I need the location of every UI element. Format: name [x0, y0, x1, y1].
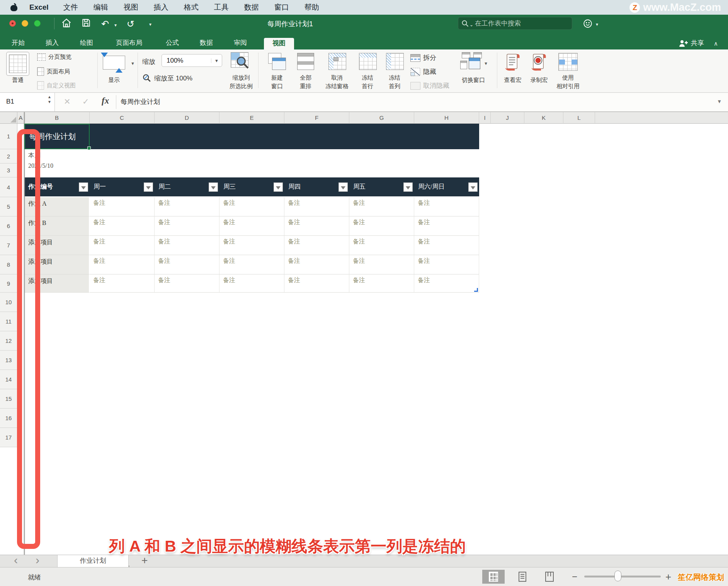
tab-view-active[interactable]: 视图 [264, 38, 294, 49]
feedback-smiley-icon[interactable] [583, 19, 593, 30]
arrange-all-button[interactable] [294, 52, 317, 71]
filter-dropdown-button[interactable] [338, 182, 348, 192]
filter-dropdown-button[interactable] [144, 182, 153, 192]
menu-data[interactable]: 数据 [244, 2, 259, 12]
row-header[interactable]: 15 [0, 389, 17, 409]
switch-windows-dropdown-icon[interactable]: ▼ [484, 61, 488, 66]
tab-formulas[interactable]: 公式 [166, 38, 179, 49]
note-cell[interactable]: 备注 [219, 255, 284, 274]
view-macros-button[interactable] [501, 52, 525, 73]
note-cell[interactable]: 备注 [219, 197, 284, 216]
switch-windows-button[interactable] [458, 52, 486, 71]
zoom-select[interactable]: 100% ▼ [162, 54, 222, 67]
column-header-f[interactable]: F [284, 112, 349, 124]
close-button[interactable] [9, 20, 16, 27]
quick-access-dropdown-icon[interactable]: ▾ [149, 22, 151, 27]
table-header-cell[interactable]: 周二 [155, 177, 219, 196]
menu-format[interactable]: 格式 [184, 2, 199, 12]
row-header[interactable]: 5 [0, 197, 17, 216]
table-header-cell[interactable]: 周三 [219, 177, 284, 196]
row-header[interactable]: 13 [0, 351, 17, 370]
row-header[interactable]: 14 [0, 370, 17, 389]
zoom-to-selection-button[interactable] [229, 52, 253, 71]
undo-dropdown-icon[interactable]: ▾ [114, 22, 117, 28]
formula-bar-expand-icon[interactable]: ▼ [717, 99, 722, 104]
show-dropdown-icon[interactable]: ▼ [131, 61, 135, 66]
column-header-a[interactable]: A [17, 112, 24, 124]
menu-help[interactable]: 帮助 [304, 2, 319, 12]
search-scope-chevron-icon[interactable]: ⌄ [469, 22, 473, 27]
zoom-out-button[interactable]: − [572, 571, 577, 582]
cancel-entry-icon[interactable]: ✕ [64, 97, 71, 106]
row-header[interactable]: 9 [0, 274, 17, 293]
column-header-b[interactable]: B [24, 112, 90, 124]
relative-references-button[interactable] [556, 52, 580, 71]
note-cell[interactable]: 备注 [90, 197, 155, 216]
note-cell[interactable]: 备注 [90, 236, 155, 255]
note-cell[interactable]: 备注 [414, 197, 479, 216]
unhide-button[interactable]: 取消隐藏 [410, 81, 449, 90]
note-cell[interactable]: 备注 [155, 216, 219, 236]
undo-icon[interactable]: ↶ [101, 19, 109, 29]
note-cell[interactable]: 备注 [414, 236, 479, 255]
note-cell[interactable]: 备注 [349, 236, 414, 255]
note-cell[interactable]: 备注 [414, 216, 479, 236]
row-header[interactable]: 2 [0, 149, 17, 164]
note-cell[interactable]: 备注 [155, 197, 219, 216]
search-box[interactable]: ⌄ [458, 17, 572, 30]
note-cell[interactable]: 备注 [284, 255, 349, 274]
zoom-100-button[interactable]: 缩放至 100% [142, 73, 192, 83]
tab-pagelayout[interactable]: 页面布局 [116, 38, 142, 49]
column-header-d[interactable]: D [155, 112, 219, 124]
row-header[interactable]: 3 [0, 164, 17, 177]
row-header[interactable]: 7 [0, 236, 17, 255]
zoom-slider-track[interactable] [584, 576, 661, 577]
column-header-c[interactable]: C [90, 112, 155, 124]
menu-view[interactable]: 视图 [124, 2, 138, 12]
row-header[interactable]: 1 [0, 124, 17, 149]
note-cell[interactable]: 备注 [90, 274, 155, 293]
note-cell[interactable]: 备注 [284, 197, 349, 216]
fullscreen-button[interactable] [34, 20, 41, 27]
note-cell[interactable]: 备注 [349, 274, 414, 293]
row-header[interactable]: 6 [0, 216, 17, 236]
table-header-cell[interactable]: 周四 [284, 177, 349, 196]
table-header-cell[interactable]: 周六/周日 [414, 177, 479, 196]
note-cell[interactable]: 备注 [284, 236, 349, 255]
menu-file[interactable]: 文件 [63, 2, 78, 12]
tab-review[interactable]: 审阅 [234, 38, 247, 49]
note-cell[interactable]: 备注 [349, 255, 414, 274]
record-macro-button[interactable] [527, 52, 551, 73]
table-header-cell[interactable]: 周一 [90, 177, 155, 196]
freeze-first-column-button[interactable] [383, 52, 406, 71]
tab-draw[interactable]: 绘图 [80, 38, 93, 49]
column-header-j[interactable]: J [491, 112, 524, 124]
fill-handle[interactable] [87, 146, 91, 150]
show-button[interactable] [103, 56, 125, 70]
filter-dropdown-button[interactable] [468, 182, 478, 192]
select-all-corner[interactable] [0, 112, 17, 124]
menu-excel[interactable]: Excel [29, 3, 49, 12]
tab-insert[interactable]: 插入 [46, 38, 59, 49]
note-cell[interactable]: 备注 [219, 236, 284, 255]
name-box[interactable]: B1 ▲▼ [0, 93, 55, 111]
unfreeze-panes-button[interactable] [323, 52, 351, 71]
note-cell[interactable]: 备注 [349, 197, 414, 216]
worksheet-title-band[interactable]: 每周作业计划 [24, 124, 479, 149]
page-layout-view-button[interactable]: 页面布局 [37, 67, 70, 76]
row-header[interactable]: 12 [0, 331, 17, 351]
menu-window[interactable]: 窗口 [274, 2, 289, 12]
home-icon[interactable] [61, 18, 72, 30]
hide-button[interactable]: 隐藏 [410, 67, 436, 76]
note-cell[interactable]: 备注 [155, 274, 219, 293]
statusbar-page-layout-button[interactable] [513, 570, 532, 584]
column-header-g[interactable]: G [349, 112, 414, 124]
menu-tools[interactable]: 工具 [214, 2, 229, 12]
normal-view-button[interactable] [6, 52, 29, 76]
smiley-dropdown-icon[interactable]: ▾ [596, 22, 598, 27]
statusbar-page-break-button[interactable] [540, 570, 559, 584]
row-header[interactable]: 11 [0, 312, 17, 331]
note-cell[interactable]: 备注 [284, 216, 349, 236]
filter-dropdown-button[interactable] [274, 182, 283, 192]
column-header-e[interactable]: E [219, 112, 284, 124]
